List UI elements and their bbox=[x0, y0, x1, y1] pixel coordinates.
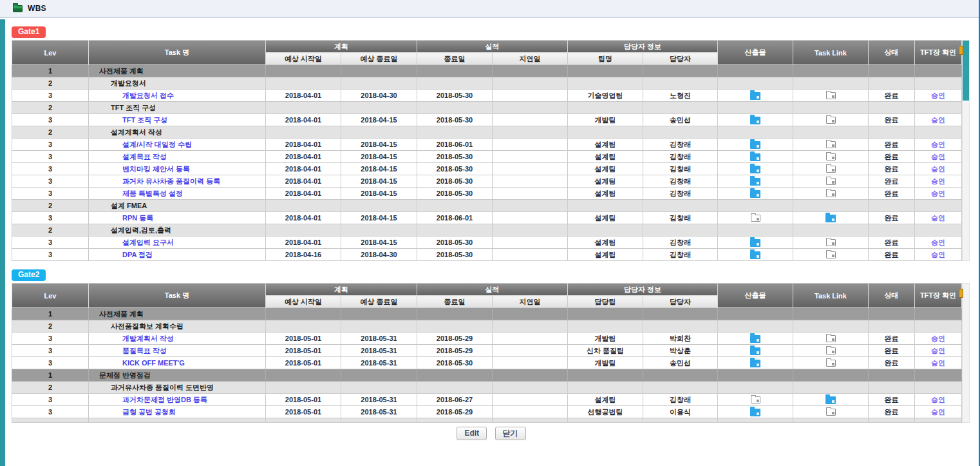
task-name-link[interactable]: 설계/시작 대일정 수립 bbox=[122, 141, 192, 148]
approve-link[interactable]: 승인 bbox=[931, 396, 945, 403]
task-name-link[interactable]: 과거차 유사차종 품질이력 등록 bbox=[122, 177, 220, 185]
folder-gray-icon[interactable] bbox=[826, 360, 836, 367]
approve-link[interactable]: 승인 bbox=[931, 359, 945, 367]
approve-link[interactable]: 승인 bbox=[931, 177, 945, 185]
lev-cell: 2 bbox=[12, 102, 89, 114]
task-link-cell bbox=[793, 345, 869, 357]
table-row: 2개발요청서 bbox=[12, 77, 962, 90]
approve-link[interactable]: 승인 bbox=[931, 335, 945, 342]
task-name-link[interactable]: KICK OFF MEET'G bbox=[122, 359, 185, 367]
gate1-scrollbar[interactable] bbox=[962, 40, 970, 261]
status-cell bbox=[869, 382, 915, 394]
output-cell bbox=[718, 308, 793, 320]
folder-gray-icon[interactable] bbox=[826, 178, 836, 185]
delay-cell bbox=[493, 237, 568, 249]
approve-link[interactable]: 승인 bbox=[931, 92, 945, 99]
actual-end-cell: 2018-05-30 bbox=[417, 188, 493, 200]
folder-gray-icon[interactable] bbox=[826, 239, 836, 246]
folder-gray-icon[interactable] bbox=[751, 396, 760, 403]
approve-link[interactable]: 승인 bbox=[931, 153, 945, 160]
owner-cell bbox=[643, 308, 718, 320]
approve-link[interactable]: 승인 bbox=[931, 165, 945, 173]
team-cell bbox=[568, 102, 643, 114]
folder-gray-icon[interactable] bbox=[826, 251, 836, 258]
folder-blue-icon[interactable] bbox=[750, 347, 760, 355]
folder-blue-icon[interactable] bbox=[750, 92, 760, 100]
approve-link[interactable]: 승인 bbox=[931, 238, 945, 246]
status-cell: 완료 bbox=[869, 151, 915, 163]
team-cell: 신차 품질팀 bbox=[568, 345, 643, 357]
approve-link[interactable]: 승인 bbox=[931, 116, 945, 124]
owner-cell bbox=[643, 320, 718, 333]
folder-gray-icon[interactable] bbox=[751, 215, 760, 222]
plan-end-cell: 2018-04-15 bbox=[341, 237, 417, 249]
team-cell: 설계팀 bbox=[568, 249, 643, 261]
folder-blue-icon[interactable] bbox=[750, 141, 760, 149]
folder-gray-icon[interactable] bbox=[826, 117, 836, 124]
approve-link[interactable]: 승인 bbox=[931, 408, 945, 416]
approve-link[interactable]: 승인 bbox=[931, 141, 945, 148]
folder-blue-icon[interactable] bbox=[825, 396, 836, 404]
col-header-actual-end: 종료일 bbox=[417, 53, 493, 65]
team-cell: 개발팀 bbox=[568, 114, 643, 126]
task-name-link[interactable]: 품질목표 작성 bbox=[122, 347, 167, 354]
folder-gray-icon[interactable] bbox=[826, 409, 836, 416]
folder-blue-icon[interactable] bbox=[750, 251, 760, 259]
task-name-link[interactable]: 벤치마킹 제안서 등록 bbox=[122, 165, 190, 173]
status-cell: 완료 bbox=[869, 90, 915, 102]
team-cell: 개발팀 bbox=[568, 357, 643, 369]
folder-gray-icon[interactable] bbox=[826, 153, 836, 160]
table-row: 3DPA 점검2018-04-162018-04-302018-05-30설계팀… bbox=[12, 249, 962, 261]
lev-cell: 1 bbox=[12, 369, 89, 382]
approve-link[interactable]: 승인 bbox=[931, 251, 945, 258]
folder-gray-icon[interactable] bbox=[826, 141, 836, 148]
team-cell: 설계팀 bbox=[568, 139, 643, 151]
gate2-badge: Gate2 bbox=[12, 269, 46, 281]
task-name-link[interactable]: DPA 점검 bbox=[122, 251, 153, 258]
folder-gray-icon[interactable] bbox=[826, 166, 836, 173]
task-name-link[interactable]: 개발요청서 접수 bbox=[122, 92, 174, 99]
folder-blue-icon[interactable] bbox=[750, 335, 760, 343]
edit-button[interactable]: Edit bbox=[457, 427, 487, 440]
folder-blue-icon[interactable] bbox=[750, 190, 760, 198]
task-name-link[interactable]: 설계목표 작성 bbox=[122, 153, 167, 160]
task-name-link[interactable]: 과거차문제점 반영DB 등록 bbox=[122, 396, 207, 403]
close-button[interactable]: 닫기 bbox=[495, 427, 526, 440]
folder-blue-icon[interactable] bbox=[750, 166, 760, 173]
folder-blue-icon[interactable] bbox=[750, 117, 760, 124]
owner-cell: 김창래 bbox=[643, 249, 718, 261]
folder-gray-icon[interactable] bbox=[826, 92, 836, 99]
actual-end-cell bbox=[417, 308, 493, 320]
team-cell: 설계팀 bbox=[568, 237, 643, 249]
plan-end-cell: 2018-04-15 bbox=[341, 212, 417, 224]
task-name-cell: 사전제품 계획 bbox=[89, 308, 266, 320]
folder-blue-icon[interactable] bbox=[750, 153, 760, 161]
gate2-table-wrap: Lev Task 명 계획 실적 담당자 정보 산출물 Task Link 상태… bbox=[12, 283, 971, 423]
approve-link[interactable]: 승인 bbox=[931, 347, 945, 354]
col-header-task-link: Task Link bbox=[793, 41, 869, 65]
approve-link[interactable]: 승인 bbox=[931, 214, 945, 222]
gate1-scrollbar-thumb[interactable] bbox=[963, 41, 969, 101]
task-name-link[interactable]: 설계입력 요구서 bbox=[122, 238, 174, 246]
folder-blue-icon[interactable] bbox=[750, 178, 760, 186]
task-name-link[interactable]: 제품 특별특성 설정 bbox=[122, 189, 183, 197]
header-corner-icon bbox=[959, 289, 963, 298]
team-cell bbox=[568, 200, 643, 212]
folder-gray-icon[interactable] bbox=[826, 347, 836, 354]
task-name-link[interactable]: TFT 조직 구성 bbox=[122, 116, 167, 124]
folder-blue-icon[interactable] bbox=[750, 360, 760, 367]
folder-blue-icon[interactable] bbox=[750, 409, 760, 416]
task-name-link[interactable]: 개발계획서 작성 bbox=[122, 335, 174, 342]
folder-gray-icon[interactable] bbox=[826, 190, 836, 197]
task-name-link[interactable]: RPN 등록 bbox=[122, 214, 153, 222]
plan-start-cell bbox=[266, 418, 341, 423]
folder-blue-icon[interactable] bbox=[750, 239, 760, 247]
task-name-cell: 설계입력,검토,출력 bbox=[89, 224, 266, 237]
folder-blue-icon[interactable] bbox=[825, 215, 836, 222]
approve-link[interactable]: 승인 bbox=[931, 189, 945, 197]
task-link-cell bbox=[793, 200, 869, 212]
gate2-scrollbar[interactable] bbox=[962, 283, 970, 423]
folder-gray-icon[interactable] bbox=[826, 335, 836, 342]
task-name-link[interactable]: 금형 공법 공청회 bbox=[122, 408, 176, 416]
table-row: 1문제점 반영점검 bbox=[12, 369, 962, 382]
